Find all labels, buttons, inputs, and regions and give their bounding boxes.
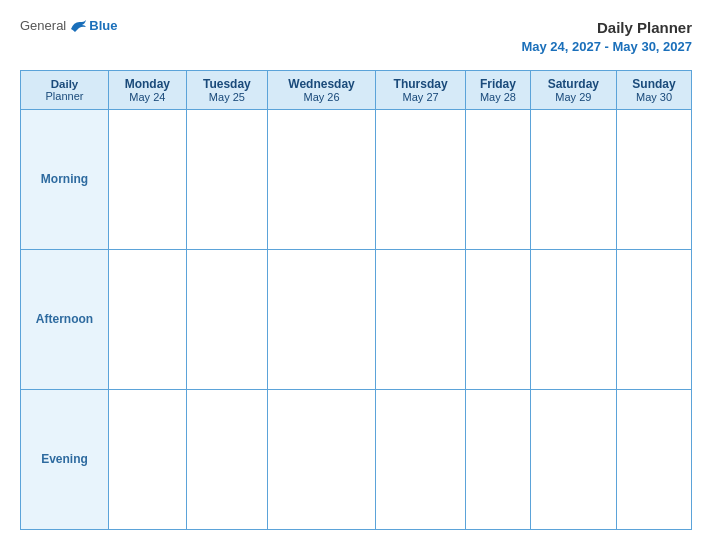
col-tuesday: Tuesday May 25 xyxy=(186,70,267,109)
evening-label: Evening xyxy=(21,389,109,529)
afternoon-row: Afternoon xyxy=(21,249,692,389)
planner-header-cell: Daily Planner xyxy=(21,70,109,109)
title-area: Daily Planner May 24, 2027 - May 30, 202… xyxy=(521,18,692,56)
col-sunday: Sunday May 30 xyxy=(617,70,692,109)
thursday-name: Thursday xyxy=(380,77,461,91)
afternoon-wednesday[interactable] xyxy=(268,249,376,389)
morning-label: Morning xyxy=(21,109,109,249)
header-row: Daily Planner Monday May 24 Tuesday May … xyxy=(21,70,692,109)
afternoon-thursday[interactable] xyxy=(376,249,466,389)
page-title: Daily Planner xyxy=(521,18,692,38)
evening-friday[interactable] xyxy=(466,389,531,529)
evening-monday[interactable] xyxy=(109,389,187,529)
evening-saturday[interactable] xyxy=(530,389,616,529)
saturday-date: May 29 xyxy=(535,91,612,103)
page-header: General Blue Daily Planner May 24, 2027 … xyxy=(20,18,692,56)
afternoon-sunday[interactable] xyxy=(617,249,692,389)
col-monday: Monday May 24 xyxy=(109,70,187,109)
morning-wednesday[interactable] xyxy=(268,109,376,249)
morning-row: Morning xyxy=(21,109,692,249)
planner-label-line1: Daily xyxy=(25,78,104,90)
logo: General Blue xyxy=(20,18,117,33)
friday-name: Friday xyxy=(470,77,526,91)
afternoon-tuesday[interactable] xyxy=(186,249,267,389)
logo-blue: Blue xyxy=(89,18,117,33)
afternoon-monday[interactable] xyxy=(109,249,187,389)
planner-table: Daily Planner Monday May 24 Tuesday May … xyxy=(20,70,692,530)
sunday-date: May 30 xyxy=(621,91,687,103)
logo-text: General Blue xyxy=(20,18,117,33)
col-wednesday: Wednesday May 26 xyxy=(268,70,376,109)
tuesday-date: May 25 xyxy=(191,91,263,103)
tuesday-name: Tuesday xyxy=(191,77,263,91)
afternoon-friday[interactable] xyxy=(466,249,531,389)
morning-monday[interactable] xyxy=(109,109,187,249)
evening-row: Evening xyxy=(21,389,692,529)
morning-saturday[interactable] xyxy=(530,109,616,249)
sunday-name: Sunday xyxy=(621,77,687,91)
col-thursday: Thursday May 27 xyxy=(376,70,466,109)
evening-thursday[interactable] xyxy=(376,389,466,529)
logo-bird-icon xyxy=(69,19,87,33)
monday-date: May 24 xyxy=(113,91,182,103)
monday-name: Monday xyxy=(113,77,182,91)
morning-thursday[interactable] xyxy=(376,109,466,249)
saturday-name: Saturday xyxy=(535,77,612,91)
col-saturday: Saturday May 29 xyxy=(530,70,616,109)
wednesday-date: May 26 xyxy=(272,91,371,103)
evening-tuesday[interactable] xyxy=(186,389,267,529)
evening-wednesday[interactable] xyxy=(268,389,376,529)
morning-tuesday[interactable] xyxy=(186,109,267,249)
logo-general: General xyxy=(20,18,66,33)
planner-label-line2: Planner xyxy=(25,90,104,102)
col-friday: Friday May 28 xyxy=(466,70,531,109)
morning-sunday[interactable] xyxy=(617,109,692,249)
evening-sunday[interactable] xyxy=(617,389,692,529)
afternoon-label: Afternoon xyxy=(21,249,109,389)
date-range: May 24, 2027 - May 30, 2027 xyxy=(521,38,692,56)
morning-friday[interactable] xyxy=(466,109,531,249)
wednesday-name: Wednesday xyxy=(272,77,371,91)
thursday-date: May 27 xyxy=(380,91,461,103)
afternoon-saturday[interactable] xyxy=(530,249,616,389)
friday-date: May 28 xyxy=(470,91,526,103)
